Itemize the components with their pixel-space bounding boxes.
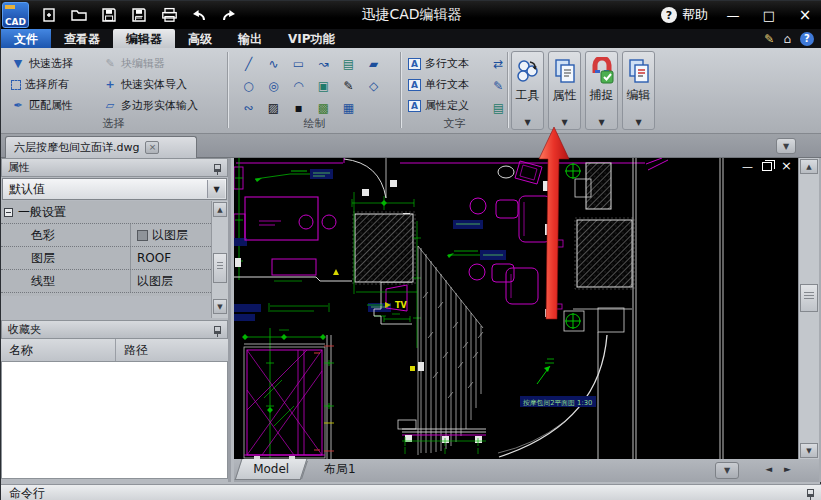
attribute-define-button[interactable]: A 属性定义 [406,95,471,116]
close-button[interactable]: × [794,6,816,24]
home-icon[interactable]: ⌂ [783,32,791,46]
quick-help-icon[interactable]: ? [800,32,814,46]
scrollbar-thumb[interactable] [800,284,818,312]
ribbon-separator [400,52,401,128]
quick-select-button[interactable]: ▼ 快速选择 [9,53,75,74]
save-button[interactable] [99,6,119,24]
cad-drawing[interactable]: TV [234,158,798,459]
column-header-name[interactable]: 名称 [1,339,116,361]
preset-dropdown[interactable]: 默认值 ▼ [2,178,227,200]
multiline-text-button[interactable]: A 多行文本 [406,53,471,74]
block-icon[interactable]: ▣ [311,75,336,97]
help-menu[interactable]: ? 帮助 [661,6,708,24]
singleline-text-button[interactable]: A 单行文本 [406,74,471,95]
rectangle-icon[interactable]: ▭ [286,53,311,75]
tools-dropdown-arrow[interactable]: ▼ [524,118,530,127]
chevron-down-icon[interactable]: ▼ [207,180,225,198]
scroll-up-icon[interactable]: ▲ [800,159,818,174]
properties-scrollbar[interactable]: ▲ [211,201,228,296]
save-as-button[interactable] [129,6,149,24]
circle-icon[interactable]: ○ [236,75,261,97]
scroll-down-icon[interactable]: ▼ [213,299,227,314]
ribbon-separator [227,52,228,128]
favorites-panel-header: 收藏夹 [1,320,228,339]
minimize-button[interactable]: — [722,6,744,24]
ellipse-icon[interactable]: ◇ [361,75,386,97]
mdi-minimize-button[interactable]: — [742,160,753,173]
feedback-pencil-icon[interactable]: ✎ [764,32,774,46]
command-bar[interactable]: 命令行 [1,484,821,500]
maximize-button[interactable]: □ [758,6,780,24]
layout-chevron-button[interactable]: ▼ [715,462,739,479]
column-header-path[interactable]: 路径 [116,339,228,361]
pin-icon[interactable] [807,489,814,497]
tab-model[interactable]: Model [235,459,308,480]
group-label-select: 选择 [1,116,226,131]
line-icon[interactable]: ╱ [236,53,261,75]
document-tab-title: 六层按摩包间立面详.dwg [14,140,139,155]
property-row-layer[interactable]: 图层 ROOF [1,247,213,270]
pen-icon[interactable]: ✎ [336,75,361,97]
mdi-close-button[interactable]: × [781,160,792,173]
tools-button[interactable]: 工具 ▼ [511,51,544,130]
properties-grid: 一般设置 色彩 以图层 图层 ROOF 线型 以图层 ▲ [1,201,228,296]
canvas-vertical-scrollbar[interactable]: ▲ ▼ [798,158,819,459]
layout-tab-bar: Model 布局1 ▼ ◄ ► [234,459,819,482]
text-align-icon[interactable]: ⇄ [493,53,504,75]
properties-dropdown-arrow[interactable]: ▼ [561,118,567,127]
menu-tab-editor[interactable]: 编辑器 [113,29,175,48]
scroll-down-icon[interactable]: ▼ [800,443,818,458]
properties-button[interactable]: 属性 ▼ [548,51,581,130]
scroll-right-icon[interactable]: ► [784,464,791,474]
new-file-button[interactable] [39,6,59,24]
polygon-entity-input-button[interactable]: ▱ 多边形实体输入 [101,95,200,116]
menu-tab-file[interactable]: 文件 [1,29,51,48]
edit-button[interactable]: 编辑 ▼ [622,51,655,130]
edit-dropdown-arrow[interactable]: ▼ [635,118,641,127]
match-properties-button[interactable]: ✒ 匹配属性 [9,95,75,116]
select-all-button[interactable]: 选择所有 [9,74,75,95]
collapse-icon[interactable] [4,208,13,217]
tab-layout1[interactable]: 布局1 [310,459,370,480]
block-editor-button[interactable]: ✎ 块编辑器 [101,53,200,74]
print-button[interactable] [159,6,179,24]
tab-list-chevron-button[interactable]: ▼ [776,138,796,154]
pin-icon[interactable] [214,164,221,172]
favorites-list[interactable] [1,362,228,479]
mdi-restore-button[interactable] [762,162,772,171]
pin-icon[interactable] [214,326,221,334]
scroll-left-icon[interactable]: ◄ [765,464,772,474]
polygon-icon[interactable]: ▰ [361,53,386,75]
polygon-input-icon: ▱ [103,99,117,112]
ribbon: ▼ 快速选择 选择所有 ✒ 匹配属性 ✎ 块编辑器 + [1,48,821,134]
scroll-up-icon[interactable]: ▲ [213,202,227,217]
menu-tab-viewer[interactable]: 查看器 [51,29,113,48]
property-row-color[interactable]: 色彩 以图层 [1,224,213,247]
properties-icon [552,56,578,86]
menu-tab-vip[interactable]: VIP功能 [275,29,348,48]
arc-icon[interactable]: ◠ [286,75,311,97]
property-row-linetype[interactable]: 线型 以图层 [1,270,213,293]
mtext-icon: A [408,58,421,70]
properties-scrollbar-end[interactable]: ▼ [211,296,228,318]
marquee-icon [11,80,21,90]
snap-dropdown-arrow[interactable]: ▼ [598,118,604,127]
document-close-icon[interactable]: × [145,141,159,154]
quick-entity-import-button[interactable]: + 快速实体导入 [101,74,200,95]
undo-button[interactable] [189,6,209,24]
redo-button[interactable] [219,6,239,24]
tv-label: TV [395,301,407,310]
snap-button[interactable]: 捕捉 ▼ [585,51,618,130]
menu-tab-output[interactable]: 输出 [225,29,275,48]
ribbon-separator [507,52,508,128]
polyline-icon[interactable]: ↝ [311,53,336,75]
spline-icon[interactable]: ∿ [261,53,286,75]
menu-tab-advanced[interactable]: 高级 [175,29,225,48]
document-tab[interactable]: 六层按摩包间立面详.dwg × [5,136,197,158]
open-file-button[interactable] [69,6,89,24]
text-style-icon[interactable]: ✎ [493,75,504,97]
tree-group-row[interactable]: 一般设置 [1,201,213,224]
donut-icon[interactable]: ◎ [261,75,286,97]
copy-entity-icon[interactable]: ▤ [336,53,361,75]
scrollbar-thumb[interactable] [213,253,227,283]
